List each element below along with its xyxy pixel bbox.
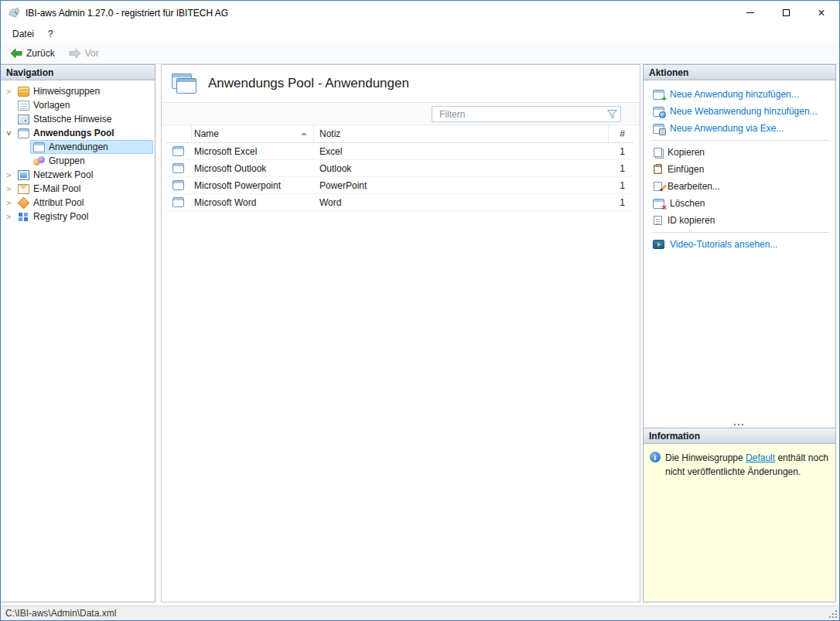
cell-name: Microsoft Excel <box>192 143 314 159</box>
panel-splitter-handle[interactable] <box>734 423 745 427</box>
back-button[interactable]: Zurück <box>4 46 61 61</box>
nav-item-body[interactable]: Anwendungen <box>30 140 153 154</box>
chevron-right-icon[interactable]: > <box>3 213 15 221</box>
table-row-microsoft-outlook[interactable]: Microsoft OutlookOutlook1 <box>166 160 633 177</box>
cell-notiz: Excel <box>314 143 609 159</box>
registry-pool-icon <box>18 212 29 222</box>
table-row-microsoft-excel[interactable]: Microsoft ExcelExcel1 <box>166 143 633 160</box>
action-neue-anwendung-via-exe[interactable]: Neue Anwendung via Exe... <box>644 120 835 137</box>
minimize-icon <box>746 12 754 13</box>
attribute-pool-icon <box>18 198 29 208</box>
applications-header-icon <box>172 73 196 94</box>
nav-item-hinweisgruppen[interactable]: >Hinweisgruppen <box>3 84 153 98</box>
back-label: Zurück <box>26 48 55 59</box>
data-file-path: C:\IBI-aws\Admin\Data.xml <box>5 608 116 619</box>
column-count[interactable]: # <box>609 125 633 142</box>
nav-item-anwendungen[interactable]: Anwendungen <box>3 140 153 154</box>
nav-item-body[interactable]: Registry Pool <box>15 210 153 223</box>
nav-item-attribut-pool[interactable]: >Attribut Pool <box>3 196 153 210</box>
action-löschen[interactable]: Löschen <box>644 195 835 212</box>
nav-item-body[interactable]: Netzwerk Pool <box>15 168 153 182</box>
applications-table: Name Notiz # Microsoft ExcelExcel1Micros… <box>162 125 640 602</box>
action-label: Einfügen <box>668 164 704 175</box>
filter-input[interactable] <box>432 106 621 122</box>
minimize-button[interactable] <box>732 1 768 25</box>
table-header: Name Notiz # <box>166 125 633 143</box>
nav-item-statische-hinweise[interactable]: Statische Hinweise <box>3 112 153 126</box>
application-icon <box>172 146 184 156</box>
nav-item-vorlagen[interactable]: Vorlagen <box>3 98 153 112</box>
statusbar: C:\IBI-aws\Admin\Data.xml <box>1 606 839 620</box>
information-body: Die Hinweisgruppe Default enthält noch n… <box>644 444 835 602</box>
maximize-button[interactable] <box>768 1 804 25</box>
nav-item-label: Netzwerk Pool <box>33 169 93 180</box>
chevron-right-icon[interactable]: > <box>3 185 15 193</box>
chevron-down-icon[interactable]: > <box>5 128 13 139</box>
default-group-link[interactable]: Default <box>746 452 775 463</box>
actions-panel-header: Aktionen <box>644 65 835 80</box>
nav-item-netzwerk-pool[interactable]: >Netzwerk Pool <box>3 168 153 182</box>
action-id-kopieren[interactable]: ID kopieren <box>644 212 835 229</box>
nav-item-gruppen[interactable]: Gruppen <box>3 154 153 168</box>
chevron-right-icon[interactable]: > <box>3 171 15 179</box>
action-neue-anwendung-hinzufügen[interactable]: Neue Anwendung hinzufügen... <box>644 86 835 103</box>
chevron-right-icon[interactable]: > <box>3 87 15 96</box>
column-count-label: # <box>620 128 625 139</box>
action-label: ID kopieren <box>668 215 715 226</box>
main-header: Anwendungs Pool - Anwendungen <box>162 65 640 103</box>
action-neue-webanwendung-hinzufügen[interactable]: Neue Webanwendung hinzufügen... <box>644 103 835 120</box>
action-kopieren[interactable]: Kopieren <box>644 144 835 161</box>
row-icon-cell <box>166 160 192 176</box>
nav-item-body[interactable]: Statische Hinweise <box>15 112 153 126</box>
action-video-tutorials-ansehen[interactable]: Video-Tutorials ansehen... <box>644 236 835 253</box>
menu-help[interactable]: ? <box>41 26 60 42</box>
column-name[interactable]: Name <box>192 125 314 142</box>
nav-item-registry-pool[interactable]: >Registry Pool <box>3 210 153 223</box>
action-label: Löschen <box>670 198 705 209</box>
filter-box <box>432 106 621 122</box>
nav-item-body[interactable]: Vorlagen <box>15 98 153 112</box>
action-bearbeiten[interactable]: Bearbeiten... <box>644 178 835 195</box>
nav-item-e-mail-pool[interactable]: >E-Mail Pool <box>3 182 153 196</box>
resize-grip[interactable] <box>828 609 838 619</box>
column-notiz-label: Notiz <box>319 128 340 139</box>
nav-item-body[interactable]: Hinweisgruppen <box>15 84 153 98</box>
nav-tree: >HinweisgruppenVorlagenStatische Hinweis… <box>1 80 155 223</box>
filter-icon[interactable] <box>607 109 617 119</box>
action-label: Neue Anwendung hinzufügen... <box>670 89 799 100</box>
window-title: IBI-aws Admin 1.27.0 - registriert für I… <box>26 8 228 19</box>
nav-item-anwendungs-pool[interactable]: >Anwendungs Pool <box>3 126 153 140</box>
nav-item-body[interactable]: Gruppen <box>30 154 153 168</box>
static-hints-icon <box>18 114 29 125</box>
menu-datei[interactable]: Datei <box>5 26 41 42</box>
table-row-microsoft-word[interactable]: Microsoft WordWord1 <box>166 194 633 211</box>
action-einfügen[interactable]: Einfügen <box>644 161 835 178</box>
action-label: Neue Webanwendung hinzufügen... <box>670 106 818 117</box>
column-icon[interactable] <box>166 125 192 142</box>
cell-name: Microsoft Word <box>192 194 314 210</box>
templates-icon <box>18 101 29 111</box>
table-row-microsoft-powerpoint[interactable]: Microsoft PowerpointPowerPoint1 <box>166 177 633 194</box>
application-icon <box>172 197 184 207</box>
close-icon <box>818 7 825 19</box>
new-application-exe-icon <box>653 124 664 134</box>
nav-item-label: Anwendungen <box>49 142 108 152</box>
action-label: Bearbeiten... <box>668 181 720 192</box>
groups-icon <box>33 156 45 166</box>
action-label: Neue Anwendung via Exe... <box>670 123 784 134</box>
copy-icon <box>654 148 662 157</box>
app-window: IBI-aws Admin 1.27.0 - registriert für I… <box>0 0 840 621</box>
edit-icon <box>654 182 662 191</box>
close-button[interactable] <box>804 1 839 25</box>
column-notiz[interactable]: Notiz <box>314 125 609 142</box>
menubar: Datei ? <box>1 25 839 43</box>
app-icon <box>8 7 20 19</box>
cell-count: 1 <box>609 160 633 176</box>
navigation-panel-header: Navigation <box>1 65 155 80</box>
nav-item-body[interactable]: Attribut Pool <box>15 196 153 210</box>
cell-count: 1 <box>609 177 633 193</box>
chevron-right-icon[interactable]: > <box>3 199 15 207</box>
nav-item-body[interactable]: Anwendungs Pool <box>15 126 153 140</box>
nav-item-label: Statische Hinweise <box>33 114 111 125</box>
nav-item-body[interactable]: E-Mail Pool <box>15 182 153 196</box>
